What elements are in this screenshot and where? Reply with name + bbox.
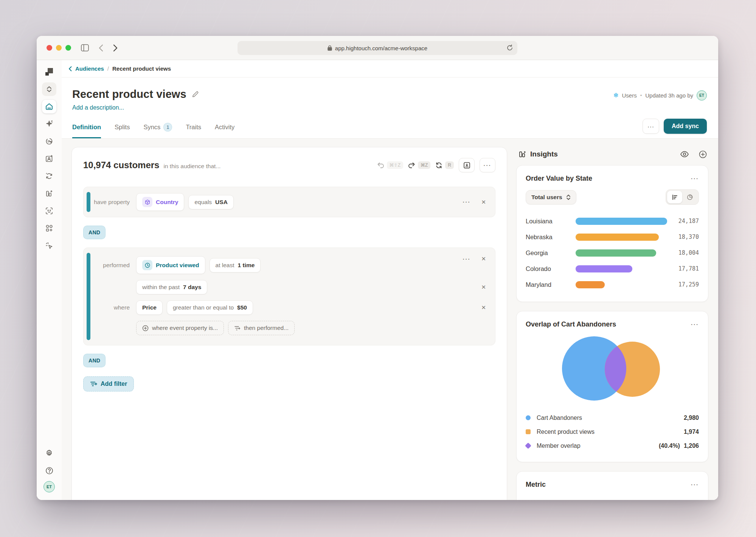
bar-chart-icon [672,194,678,200]
nav-analytics[interactable] [42,187,56,200]
minimize-window-button[interactable] [56,45,62,51]
overlap-card: Overlap of Cart Abandoners ··· [516,311,708,462]
frequency-pill[interactable]: at least1 time [210,258,261,272]
add-event-property-button[interactable]: where event property is... [136,321,224,335]
magic-wand-icon [45,120,53,128]
edit-pencil-icon[interactable] [192,91,199,98]
undo-button[interactable]: ⌘⇧Z [377,161,403,169]
back-icon[interactable] [99,44,103,52]
source-label: Users [622,92,636,99]
operator-value-pill[interactable]: equalsUSA [188,195,233,209]
nav-settings[interactable] [42,446,56,460]
plus-circle-icon [142,325,149,331]
event-clock-icon [142,260,152,270]
tab-splits[interactable]: Splits [115,123,130,138]
redo-icon [408,162,415,169]
bar-value: 17,781 [667,265,699,272]
card-more-icon[interactable]: ··· [691,175,699,182]
nav-help[interactable] [42,464,56,477]
condition-label: have property [84,199,130,206]
legend-row: Member overlap (40.4%) 1,206 [526,439,699,453]
event-pill[interactable]: Product viewed [136,256,205,274]
pie-chart-icon [687,194,693,200]
refresh-icon [435,162,442,169]
bar-chart-toggle[interactable] [667,191,682,203]
nav-extensions[interactable] [42,221,56,235]
condition-more-icon[interactable]: ··· [463,256,470,262]
nav-syncs[interactable] [42,169,56,183]
workspace-switcher[interactable] [42,82,56,96]
condition-performed-event: ··· ✕ performed Product viewed [83,248,495,345]
remove-where-icon[interactable]: ✕ [481,304,486,311]
shapes-plus-icon [45,224,53,232]
sidebar-toggle-icon[interactable] [81,44,89,51]
legend-row: Recent product views 1,974 [526,425,699,439]
nav-contacts[interactable] [42,152,56,166]
then-performed-button[interactable]: then performed... [228,321,295,335]
and-connector[interactable]: AND [83,354,106,367]
condition-remove-icon[interactable]: ✕ [481,199,486,206]
card-more-icon[interactable]: ··· [691,321,699,328]
bar-row: Georgia 18,004 [526,245,699,261]
add-insight-icon[interactable] [699,150,707,158]
tab-definition[interactable]: Definition [72,123,101,138]
face-scan-icon [45,207,53,215]
refresh-kbd: R [445,161,454,169]
user-avatar[interactable]: ET [43,481,55,492]
snowflake-icon: ❄ [613,91,618,99]
nav-magic-wand[interactable] [42,117,56,131]
nav-gauge[interactable] [42,135,56,148]
state-bar-chart: Louisiana 24,187 Nebraska 18,370 Georgia [526,213,699,292]
card-title: Metric [526,481,546,489]
breadcrumb: Audiences / Recent product views [62,60,718,77]
eye-icon[interactable] [680,151,689,158]
tab-syncs[interactable]: Syncs1 [143,123,172,138]
condition-have-property: have property Country equalsUSA [83,187,495,217]
tab-bar: Definition Splits Syncs1 Traits Activity [72,123,234,138]
tab-activity[interactable]: Activity [215,123,234,138]
breadcrumb-audiences-link[interactable]: Audiences [75,65,104,72]
pie-chart-toggle[interactable] [682,191,697,203]
zoom-window-button[interactable] [65,45,71,51]
condition-more-icon[interactable]: ··· [463,199,470,205]
builder-more-button[interactable]: ··· [480,158,495,172]
card-more-icon[interactable]: ··· [691,481,699,488]
close-window-button[interactable] [47,45,52,51]
add-description-link[interactable]: Add a description... [72,104,199,111]
refresh-button[interactable]: R [435,161,454,169]
bar [576,218,667,225]
nav-identity[interactable] [42,204,56,218]
time-window-pill[interactable]: within the past7 days [136,280,207,294]
forward-icon[interactable] [113,44,118,52]
remove-time-window-icon[interactable]: ✕ [481,284,486,291]
condition-remove-icon[interactable]: ✕ [481,255,486,262]
add-filter-button[interactable]: Add filter [83,376,134,392]
export-button[interactable] [459,158,475,172]
breadcrumb-current: Recent product views [112,65,171,72]
gear-icon [45,449,53,457]
and-connector[interactable]: AND [83,226,106,239]
bar-label: Maryland [526,281,576,288]
syncs-count-badge: 1 [163,123,172,132]
bar-label: Colorado [526,265,576,272]
address-bar[interactable]: app.hightouch.com/acme-workspace [238,41,517,55]
where-property-pill[interactable]: Price [136,300,163,315]
legend-value: 2,980 [684,415,699,421]
redo-button[interactable]: ⌘Z [408,161,430,169]
hightouch-logo-icon [42,65,56,79]
add-sync-button[interactable]: Add sync [664,119,707,134]
insights-title: Insights [530,150,558,158]
where-operator-pill[interactable]: greater than or equal to$50 [167,300,253,315]
metric-selector[interactable]: Total users [526,190,576,204]
home-icon [45,102,53,111]
condition-label: performed [84,262,130,269]
redo-kbd: ⌘Z [418,161,430,169]
reload-icon[interactable] [507,45,513,51]
tab-traits[interactable]: Traits [186,123,201,138]
nav-assistant[interactable] [42,239,56,252]
audience-more-button[interactable]: ··· [643,119,659,134]
property-pill[interactable]: Country [136,193,184,211]
nav-home[interactable] [42,100,56,113]
browser-window: app.hightouch.com/acme-workspace [37,36,718,500]
undo-kbd: ⌘⇧Z [387,161,403,169]
